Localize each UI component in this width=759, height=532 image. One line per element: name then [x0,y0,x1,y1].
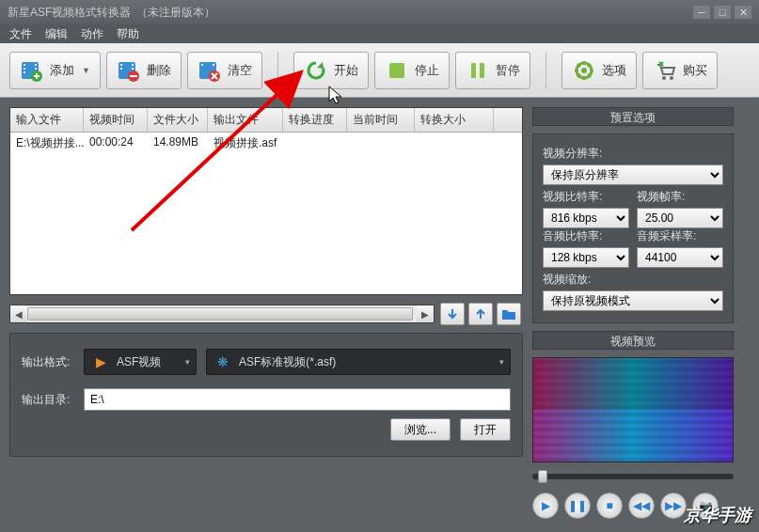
svg-rect-12 [132,68,134,70]
svg-rect-1 [24,64,25,66]
menu-file[interactable]: 文件 [9,26,32,42]
version-note: （未注册版本） [136,5,215,21]
asr-label: 音频采样率: [637,228,723,244]
folder-button[interactable] [497,303,521,325]
svg-rect-2 [24,68,25,70]
output-dir-input[interactable] [84,388,511,411]
sample-rate-select[interactable]: 44100 [637,247,723,268]
clear-button[interactable]: 清空 [187,52,262,89]
pause-button[interactable]: 暂停 [455,52,530,89]
cell-vtime: 00:00:24 [84,133,148,154]
menu-help[interactable]: 帮助 [117,26,139,42]
preset-panel: 视频分辨率: 保持原分辨率 视频比特率: 816 kbps 视频帧率: 25.0… [532,133,734,323]
options-label: 选项 [602,62,626,79]
open-button[interactable]: 打开 [460,418,511,441]
chevron-down-icon: ▾ [185,357,190,367]
add-button[interactable]: 添加▼ [9,52,101,89]
svg-rect-17 [213,64,214,66]
player-pause-button[interactable]: ❚❚ [564,493,591,519]
chevron-down-icon: ▾ [499,357,504,367]
res-label: 视频分辨率: [543,146,723,162]
start-button[interactable]: 开始 [293,52,369,89]
cell-progress [283,133,347,154]
svg-point-25 [670,76,673,80]
move-up-button[interactable] [468,303,493,325]
th-progress[interactable]: 转换进度 [283,108,347,132]
preview-image [533,358,733,462]
cell-curtime [347,133,415,154]
scroll-right-button[interactable]: ▶ [417,305,434,322]
file-table[interactable]: 输入文件 视频时间 文件大小 输出文件 转换进度 当前时间 转换大小 E:\视频… [9,107,523,295]
close-button[interactable]: ✕ [735,6,751,19]
th-output[interactable]: 输出文件 [208,108,283,132]
th-fsize[interactable]: 文件大小 [148,108,208,132]
audio-bitrate-select[interactable]: 128 kbps [543,247,629,268]
stop-icon [385,58,409,83]
player-stop-button[interactable]: ■ [596,493,623,519]
scroll-left-button[interactable]: ◀ [10,305,27,322]
add-label: 添加 [50,62,74,79]
buy-button[interactable]: 购买 [642,52,718,89]
fps-label: 视频帧率: [637,189,723,205]
format-group-text: ASF视频 [117,354,161,370]
toolbar: 添加▼ 删除 清空 开始 停止 暂停 选项 购买 [0,43,759,98]
scroll-thumb[interactable] [27,307,413,321]
format-group-select[interactable]: ▶ ASF视频 ▾ [84,349,197,375]
seek-slider[interactable] [532,474,734,479]
sparkle-icon: ❋ [213,352,233,372]
refresh-icon [304,58,328,83]
separator [546,52,546,89]
pause-icon [466,58,490,83]
horizontal-scrollbar[interactable]: ◀ ▶ [9,305,435,323]
svg-rect-10 [120,68,122,70]
move-down-button[interactable] [440,303,465,325]
dir-label: 输出目录: [22,392,74,408]
menu-action[interactable]: 动作 [81,26,103,42]
th-input[interactable]: 输入文件 [10,108,84,132]
table-header: 输入文件 视频时间 文件大小 输出文件 转换进度 当前时间 转换大小 [10,108,522,133]
prev-button[interactable]: ◀◀ [628,493,655,519]
separator [277,52,278,89]
table-row[interactable]: E:\视频拼接... 00:00:24 14.89MB 视频拼接.asf [10,133,522,154]
th-vtime[interactable]: 视频时间 [84,108,148,132]
clear-label: 清空 [228,62,252,79]
th-csize[interactable]: 转换大小 [415,108,494,132]
maximize-button[interactable]: □ [714,6,731,19]
resolution-select[interactable]: 保持原分辨率 [543,164,723,185]
slider-thumb[interactable] [538,470,547,483]
play-button[interactable]: ▶ [532,493,559,519]
svg-rect-20 [471,63,476,78]
svg-rect-3 [24,71,25,73]
svg-point-24 [662,76,666,80]
gear-icon [572,58,596,83]
buy-label: 购买 [683,62,707,79]
options-button[interactable]: 选项 [561,52,637,89]
film-clear-icon [198,58,222,83]
zoom-select[interactable]: 保持原视频模式 [543,290,723,311]
next-button[interactable]: ▶▶ [660,493,687,519]
th-curtime[interactable]: 当前时间 [347,108,415,132]
svg-rect-19 [389,63,404,78]
browse-button[interactable]: 浏览... [390,418,451,441]
format-detail-text: ASF标准视频(*.asf) [239,354,336,370]
vbr-label: 视频比特率: [543,189,629,205]
svg-rect-9 [120,64,122,66]
zoom-label: 视频缩放: [543,272,723,288]
format-detail-select[interactable]: ❋ ASF标准视频(*.asf) ▾ [206,349,511,375]
snapshot-button[interactable]: 📷 [692,493,719,519]
stop-button[interactable]: 停止 [374,52,450,89]
video-bitrate-select[interactable]: 816 kbps [543,208,629,228]
cell-fsize: 14.89MB [148,133,208,154]
svg-rect-11 [132,64,134,66]
fps-select[interactable]: 25.00 [637,208,723,228]
delete-label: 删除 [147,62,171,79]
delete-button[interactable]: 删除 [106,52,182,89]
app-name: 新星ASF视频格式转换器 [8,5,131,21]
menu-edit[interactable]: 编辑 [45,26,68,42]
pause-label: 暂停 [496,62,520,79]
minimize-button[interactable]: ─ [693,6,710,19]
play-icon: ▶ [90,352,111,372]
film-add-icon [20,58,44,83]
output-panel: 输出格式: ▶ ASF视频 ▾ ❋ ASF标准视频(*.asf) ▾ 输出目录:… [9,333,523,457]
svg-rect-5 [35,68,37,70]
